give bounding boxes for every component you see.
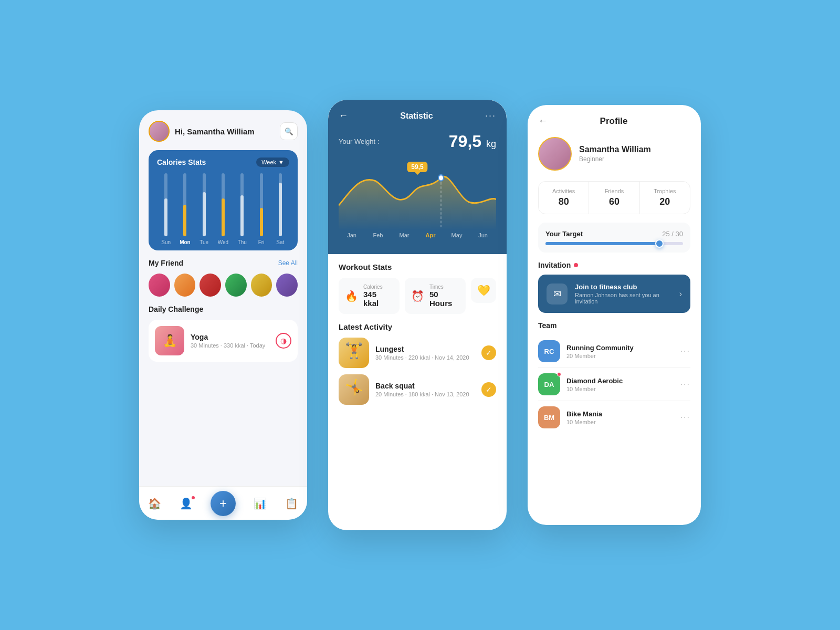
challenge-thumbnail: 🧘	[155, 326, 184, 355]
activity-thumb-2: 🤸	[339, 374, 369, 405]
see-all-friends[interactable]: See All	[278, 259, 298, 267]
nav-stats[interactable]: 📊	[254, 497, 267, 510]
month-jan: Jan	[339, 232, 365, 238]
team-name-rc: Running Community	[566, 344, 674, 352]
clock-icon: ⏰	[411, 290, 424, 302]
times-stat-card: ⏰ Times 50 Hours	[405, 278, 466, 314]
invite-title: Join to fitness club	[575, 283, 672, 291]
profile-section: Samantha William Beginner	[538, 137, 690, 171]
nav-home[interactable]: 🏠	[148, 497, 161, 510]
chevron-right-icon: ›	[679, 289, 682, 299]
weight-label: Your Weight :	[339, 138, 379, 145]
heart-icon-box: 💛	[471, 278, 496, 303]
user-avatar	[149, 121, 170, 142]
month-may: May	[444, 232, 470, 238]
heart-icon: 💛	[477, 284, 490, 297]
bar-tue	[197, 173, 211, 236]
p2-bottom-section: Workout Stats 🔥 Calories 345 kkal ⏰ Time…	[328, 254, 507, 419]
p3-header: ← Profile	[538, 116, 690, 127]
friend-2[interactable]	[174, 274, 196, 297]
activity-name-2: Back squat	[375, 382, 475, 390]
team-item-da[interactable]: DA Diamond Aerobic 10 Member ···	[538, 368, 690, 401]
workout-stats-row: 🔥 Calories 345 kkal ⏰ Times 50 Hours 💛	[339, 278, 496, 314]
team-more-rc[interactable]: ···	[680, 346, 690, 356]
calories-card: Calories Stats Week ▼	[149, 150, 298, 250]
label-mon: Mon	[178, 239, 192, 245]
team-item-rc[interactable]: RC Running Community 20 Member ···	[538, 335, 690, 368]
label-sat: Sat	[274, 239, 287, 245]
activity-meta-2: 20 Minutes · 180 kkal · Nov 13, 2020	[375, 391, 475, 397]
friends-label: Friends	[593, 188, 635, 194]
invitation-title: Invitation	[538, 261, 571, 269]
add-button[interactable]: +	[211, 491, 236, 516]
invite-card[interactable]: ✉ Join to fitness club Ramon Johnson has…	[538, 275, 690, 313]
p3-title: Profile	[553, 116, 675, 127]
activity-item-1[interactable]: 🏋️ Lungest 30 Minutes · 220 kkal · Nov 1…	[339, 338, 496, 368]
team-title: Team	[538, 321, 690, 330]
back-button[interactable]: ←	[339, 110, 348, 121]
team-item-bm[interactable]: BM Bike Mania 10 Member ···	[538, 401, 690, 434]
friend-5[interactable]	[251, 274, 272, 297]
weight-value: 79,5 kg	[449, 132, 496, 151]
target-thumb[interactable]	[655, 239, 664, 248]
stat-activities: Activities 80	[539, 182, 589, 214]
week-selector[interactable]: Week ▼	[256, 158, 289, 167]
weight-chart: 59,5	[339, 156, 496, 230]
label-thu: Thu	[235, 239, 249, 245]
target-progress-fill	[545, 242, 659, 245]
activity-thumb-1: 🏋️	[339, 338, 369, 368]
calories-stat-value: 345 kkal	[363, 290, 393, 308]
calories-bar-chart	[157, 173, 289, 236]
challenge-card[interactable]: 🧘 Yoga 30 Minutes · 330 kkal · Today ◑	[149, 320, 298, 362]
phone3-card: ← Profile Samantha William Beginner Acti…	[528, 105, 701, 525]
activities-value: 80	[543, 196, 584, 207]
times-stat-value: 50 Hours	[429, 290, 459, 308]
p2-top-section: ← Statistic ··· Your Weight : 79,5 kg	[328, 100, 507, 254]
times-stat-label: Times	[429, 284, 459, 290]
mail-icon: ✉	[547, 284, 568, 304]
invitation-header: Invitation	[538, 261, 690, 269]
daily-challenge-title: Daily Challenge	[149, 305, 203, 313]
team-name-bm: Bike Mania	[566, 410, 674, 418]
activity-item-2[interactable]: 🤸 Back squat 20 Minutes · 180 kkal · Nov…	[339, 374, 496, 405]
month-apr[interactable]: Apr	[417, 232, 444, 238]
friend-4[interactable]	[225, 274, 247, 297]
bar-sun	[159, 173, 173, 236]
nav-notes[interactable]: 📋	[285, 497, 298, 510]
p2-title: Statistic	[400, 111, 433, 121]
bar-sat	[274, 173, 287, 236]
calories-stat-label: Calories	[363, 284, 393, 290]
label-tue: Tue	[197, 239, 211, 245]
challenge-progress-icon: ◑	[276, 333, 291, 349]
team-name-da: Diamond Aerobic	[566, 377, 674, 385]
bottom-nav: 🏠 👤 + 📊 📋	[139, 486, 307, 520]
friend-1[interactable]	[149, 274, 170, 297]
search-button[interactable]: 🔍	[280, 122, 298, 140]
activity-name-1: Lungest	[375, 345, 475, 353]
profile-avatar	[538, 137, 572, 171]
chart-dot	[438, 175, 444, 181]
stat-trophies: Trophies 20	[640, 182, 690, 214]
team-members-da: 10 Member	[566, 386, 674, 392]
target-progress-track	[545, 242, 683, 245]
p1-header: Hi, Samantha William 🔍	[149, 121, 298, 142]
calories-title: Calories Stats	[157, 158, 206, 166]
p3-back-button[interactable]: ←	[538, 116, 548, 127]
team-more-da[interactable]: ···	[680, 380, 690, 389]
friend-3[interactable]	[200, 274, 221, 297]
challenge-meta: 30 Minutes · 330 kkal · Today	[191, 342, 269, 349]
team-avatar-rc: RC	[538, 340, 560, 362]
month-jun: Jun	[470, 232, 496, 238]
nav-profile[interactable]: 👤	[180, 497, 193, 510]
stat-friends: Friends 60	[589, 182, 639, 214]
team-avatar-da: DA	[538, 373, 560, 395]
team-more-bm[interactable]: ···	[680, 413, 690, 422]
p2-nav: ← Statistic ···	[339, 110, 496, 121]
phone2-card: ← Statistic ··· Your Weight : 79,5 kg	[328, 100, 507, 530]
more-options[interactable]: ···	[485, 110, 496, 121]
team-members-bm: 10 Member	[566, 419, 674, 425]
friend-6[interactable]	[276, 274, 298, 297]
friends-list	[149, 274, 298, 297]
my-friend-title: My Friend	[149, 259, 183, 267]
team-dot-da	[557, 372, 561, 376]
